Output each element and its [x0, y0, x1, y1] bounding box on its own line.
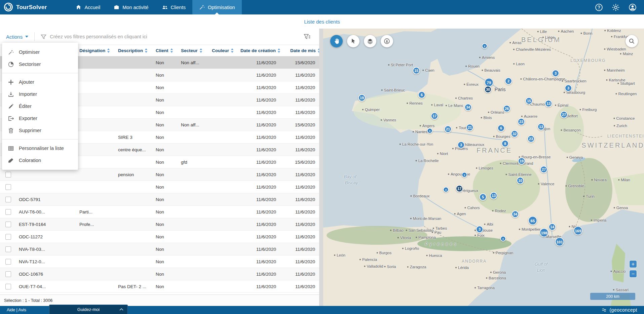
map-cluster-marker[interactable]: 19	[518, 157, 525, 165]
map-cluster-marker[interactable]: 13	[537, 123, 545, 130]
column-header-created[interactable]: Date de création	[238, 48, 288, 53]
column-header-description[interactable]: Description	[115, 48, 153, 53]
row-checkbox[interactable]	[0, 259, 16, 265]
map-search-button[interactable]	[626, 35, 638, 47]
map-cluster-marker[interactable]: 23	[518, 118, 525, 125]
table-row[interactable]: ODC-5791Non11/6/202011/6/2020	[0, 193, 319, 206]
column-header-designation[interactable]: Désignation	[77, 48, 115, 53]
column-header-couleur[interactable]: Couleur	[209, 48, 238, 53]
row-checkbox[interactable]	[0, 246, 16, 252]
map-cluster-marker[interactable]: 169	[573, 226, 582, 235]
map-cluster-marker[interactable]: 17	[431, 112, 438, 120]
cell-created: 11/6/2020	[238, 247, 288, 252]
map-cluster-marker[interactable]: 198	[539, 228, 548, 237]
map-cluster-marker[interactable]: 27	[540, 166, 547, 173]
nav-tab-optimisation[interactable]: Optimisation	[192, 0, 242, 14]
account-button[interactable]	[629, 3, 637, 11]
map-cluster-marker[interactable]: 6	[497, 124, 505, 132]
guide-me-tab[interactable]: Guidez-moi	[49, 305, 128, 314]
map-cluster-marker[interactable]: 13	[545, 100, 552, 107]
map-cluster-marker[interactable]: 30	[484, 86, 492, 93]
map-cluster-marker[interactable]: 23	[527, 135, 535, 143]
map-cluster-marker[interactable]: 27	[560, 111, 568, 118]
map-cluster-marker[interactable]: 26	[503, 105, 510, 112]
map-cluster-marker[interactable]: x	[462, 172, 467, 178]
map-cluster-marker[interactable]: 17	[456, 185, 463, 192]
column-header-updated[interactable]: Date de mis	[288, 48, 319, 53]
table-row[interactable]: AUV-T6-00...Parti...Non11/6/202011/6/202…	[0, 206, 319, 218]
map-cluster-marker[interactable]: 3	[565, 84, 572, 92]
menu-item-optimiser[interactable]: Optimiser	[2, 46, 78, 58]
map-tool-select-button[interactable]	[347, 35, 359, 47]
map-cluster-marker[interactable]: 6	[418, 91, 425, 99]
map-cluster-marker[interactable]: 3	[476, 226, 483, 233]
map-cluster-marker[interactable]: 34	[464, 104, 472, 111]
row-checkbox[interactable]	[0, 284, 16, 289]
table-row[interactable]: Non11/6/202011/6/2020	[0, 181, 319, 193]
menu-item-exporter[interactable]: Exporter	[2, 112, 78, 124]
map-cluster-marker[interactable]: 10	[517, 177, 524, 184]
row-checkbox[interactable]	[0, 197, 16, 202]
map-cluster-marker[interactable]: 15	[525, 97, 533, 105]
map-cluster-marker[interactable]: x	[500, 236, 506, 242]
map-cluster-marker[interactable]: 14	[548, 223, 556, 231]
menu-item-personnaliser-la-liste[interactable]: Personnaliser la liste	[2, 142, 78, 154]
cell-ref: NVA-T8-03...	[16, 247, 77, 252]
nav-tab-clients[interactable]: Clients	[155, 0, 192, 14]
cell-ref: ODC-5791	[16, 197, 77, 202]
map-cluster-marker[interactable]: x	[443, 187, 449, 193]
map-cluster-marker[interactable]: x	[427, 128, 433, 134]
map-cluster-marker[interactable]: 101	[555, 237, 564, 246]
table-row[interactable]: EST-T9-0164Profe...Non11/6/202011/6/2020	[0, 218, 319, 231]
map-cluster-marker[interactable]: 19	[358, 94, 366, 102]
menu-item-editer[interactable]: Éditer	[2, 100, 78, 112]
column-header-client[interactable]: Client	[153, 48, 178, 53]
row-checkbox[interactable]	[0, 172, 16, 178]
filter-input[interactable]: Créez vos filtres personnalisés en cliqu…	[50, 34, 304, 39]
row-checkbox[interactable]	[0, 184, 16, 190]
map-cluster-marker[interactable]: 13	[490, 192, 497, 199]
menu-item-coloration[interactable]: Coloration	[2, 154, 78, 166]
map-cluster-marker[interactable]: 8	[501, 140, 509, 147]
map-cluster-marker[interactable]: x	[482, 43, 488, 49]
zoom-in-button[interactable]: +	[629, 260, 637, 268]
filter-settings-icon[interactable]	[304, 34, 310, 40]
zoom-out-button[interactable]: −	[629, 270, 637, 278]
map-cluster-marker[interactable]: 34	[512, 210, 519, 218]
row-checkbox[interactable]	[0, 271, 16, 277]
column-header-secteur[interactable]: Secteur	[178, 48, 209, 53]
table-row[interactable]: ODC-10676Non11/6/202011/6/2020	[0, 268, 319, 280]
row-checkbox[interactable]	[0, 209, 16, 215]
nav-tab-mon-activite[interactable]: Mon activité	[107, 0, 155, 14]
footer-links[interactable]: Aide | Avis	[7, 308, 26, 312]
cell-ref: OUE-T7-04...	[16, 284, 77, 289]
row-checkbox[interactable]	[0, 234, 16, 240]
menu-item-supprimer[interactable]: Supprimer	[2, 124, 78, 136]
actions-button[interactable]: Actions	[0, 34, 34, 40]
table-row[interactable]: NVA-T8-03...Non11/6/202011/6/2020	[0, 243, 319, 256]
map-tool-pan-button[interactable]	[330, 35, 343, 47]
table-row[interactable]: pensionNon11/6/202011/6/2020	[0, 168, 319, 181]
menu-item-importer[interactable]: Importer	[2, 88, 78, 100]
map[interactable]: BELGIUMLUXEMBOURGFRANCESWITZERLANDANDORR…	[323, 29, 644, 306]
table-row[interactable]: OUE-T7-04...Pas DET- 2 ...Non11/6/202011…	[0, 280, 319, 293]
map-tool-locate-button[interactable]	[381, 35, 393, 47]
table-row[interactable]: ODC-11272Non11/6/202011/6/2020	[0, 231, 319, 243]
map-cluster-marker[interactable]: 21	[466, 124, 473, 131]
map-cluster-marker[interactable]: 65	[528, 216, 537, 225]
map-cluster-marker[interactable]: 5	[479, 193, 487, 201]
map-cluster-marker[interactable]: 3	[552, 70, 559, 77]
map-cluster-marker[interactable]: 15	[413, 67, 420, 74]
map-cluster-marker[interactable]: 21	[444, 125, 452, 133]
map-cluster-marker[interactable]: 32	[511, 130, 518, 138]
map-cluster-marker[interactable]: 2	[505, 77, 512, 85]
table-row[interactable]: NVA-T12-0...Non11/6/202011/6/2020	[0, 256, 319, 268]
help-button[interactable]	[595, 3, 603, 11]
map-tool-layers-button[interactable]	[364, 35, 376, 47]
map-cluster-marker[interactable]: 3	[457, 141, 465, 149]
nav-tab-accueil[interactable]: Accueil	[69, 0, 107, 14]
menu-item-ajouter[interactable]: Ajouter	[2, 76, 78, 88]
row-checkbox[interactable]	[0, 222, 16, 227]
settings-button[interactable]	[612, 3, 620, 11]
menu-item-sectoriser[interactable]: Sectoriser	[2, 58, 78, 70]
